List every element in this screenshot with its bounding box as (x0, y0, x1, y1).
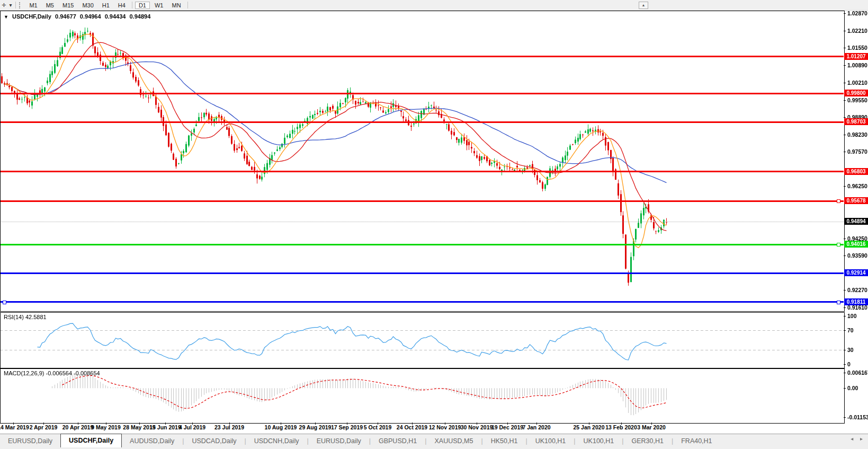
date-label: 23 Jul 2019 (214, 424, 244, 430)
toolbar-separator (187, 2, 188, 8)
timeframe-button-h1[interactable]: H1 (99, 2, 113, 9)
timeframe-buttons: M1M5M15M30H1H4D1W1MN (25, 2, 190, 9)
tab-scroll-arrows: ◂ ▸ (845, 436, 863, 442)
chart-title: ▼ USDCHF,Daily 0.94677 0.94964 0.94434 0… (4, 13, 153, 20)
rsi-tick-mark (844, 364, 846, 365)
tab-uk100-h1[interactable]: UK100,H1 (576, 434, 622, 448)
line-handle[interactable] (837, 243, 840, 246)
timeframe-toolbar: ✛ ▾ M1M5M15M30H1H4D1W1MN ▲ (0, 0, 868, 11)
chevron-down-icon[interactable]: ▾ (7, 2, 13, 8)
rsi-tick-label: 100 (847, 313, 857, 319)
mt4-terminal: ✛ ▾ M1M5M15M30H1H4D1W1MN ▲ ▼ USDCHF,Dail… (0, 0, 868, 449)
price-line-badge: 0.98703 (844, 118, 868, 125)
horizontal-price-line[interactable] (0, 301, 844, 303)
price-tick-mark (844, 83, 846, 83)
tab-uk100-h1[interactable]: UK100,H1 (527, 434, 574, 448)
date-label: 20 Apr 2019 (62, 424, 94, 430)
price-tick-mark (844, 152, 846, 152)
chart-tab-bar: EURUSD,DailyUSDCHF,DailyAUDUSD,Daily|USD… (0, 434, 868, 448)
macd-tick-label: -0.011531 (847, 414, 868, 420)
timeframe-button-m30[interactable]: M30 (78, 2, 97, 9)
tab-scroll-right-icon[interactable]: ▸ (860, 436, 863, 442)
price-line-badge: 0.94016 (844, 241, 868, 248)
crosshair-cursor-icon[interactable]: ✛ (0, 2, 7, 8)
price-tick-mark (844, 117, 846, 118)
toolbar-separator (15, 2, 16, 8)
date-label: 12 Nov 2019 (429, 424, 461, 430)
price-tick-mark (844, 31, 846, 31)
price-tick-label: 0.97570 (847, 148, 867, 155)
toolbar-drag-grip[interactable] (19, 2, 22, 8)
tab-fra40-h1[interactable]: FRA40,H1 (673, 434, 720, 448)
ohlc-low: 0.94434 (105, 13, 126, 20)
horizontal-price-line[interactable] (0, 171, 844, 172)
price-tick-label: 1.01550 (847, 45, 867, 51)
tab-gbpusd-h1[interactable]: GBPUSD,H1 (371, 434, 425, 448)
ohlc-high: 0.94964 (80, 13, 101, 20)
tab-audusd-daily[interactable]: AUDUSD,Daily (122, 434, 182, 448)
timeframe-button-m1[interactable]: M1 (25, 2, 41, 9)
macd-tick-mark (844, 417, 846, 418)
price-tick-mark (844, 65, 846, 66)
timeframe-button-d1[interactable]: D1 (135, 2, 150, 9)
line-handle[interactable] (3, 301, 6, 304)
date-label: 10 Aug 2019 (265, 424, 297, 430)
price-tick-mark (844, 186, 846, 187)
tab-eurusd-daily[interactable]: EURUSD,Daily (0, 434, 60, 448)
tab-usdcad-daily[interactable]: USDCAD,Daily (184, 434, 244, 448)
ohlc-open: 0.94677 (55, 13, 76, 20)
price-line-badge: 0.94894 (844, 218, 868, 225)
price-line-badge: 0.96803 (844, 168, 868, 175)
price-tick-label: 0.98230 (847, 131, 867, 138)
price-line-badge: 0.91811 (844, 298, 868, 305)
timeframe-button-h4[interactable]: H4 (114, 2, 129, 9)
macd-tick-mark (844, 388, 846, 389)
timeframe-button-m15[interactable]: M15 (59, 2, 77, 9)
price-tick-mark (844, 135, 846, 135)
tab-ger30-h1[interactable]: GER30,H1 (624, 434, 672, 448)
macd-tick-label: 0.006167 (847, 369, 868, 376)
date-label: 25 Jan 2020 (574, 424, 605, 430)
date-label: 30 Nov 2019 (461, 424, 493, 430)
toolbar-separator (132, 2, 132, 8)
horizontal-price-line[interactable] (0, 121, 844, 123)
price-tick-mark (844, 100, 846, 101)
timeframe-button-w1[interactable]: W1 (151, 2, 167, 9)
timeframe-button-m5[interactable]: M5 (42, 2, 58, 9)
tab-eurusd-daily[interactable]: EURUSD,Daily (309, 434, 369, 448)
date-label: 24 Oct 2019 (397, 424, 427, 430)
rsi-canvas[interactable] (0, 312, 844, 367)
horizontal-price-line[interactable] (0, 244, 844, 245)
tab-scroll-left-icon[interactable]: ◂ (851, 436, 853, 442)
price-line-badge: 0.92914 (844, 269, 868, 276)
date-label: 4 Jul 2019 (179, 424, 205, 430)
tab-usdchf-daily[interactable]: USDCHF,Daily (60, 434, 122, 447)
macd-label: MACD(12,26,9) -0.006564 -0.008654 (4, 370, 100, 376)
timeframe-button-mn[interactable]: MN (168, 2, 184, 9)
price-line-badge: 1.01207 (844, 53, 868, 60)
price-tick-mark (844, 307, 846, 308)
horizontal-price-line[interactable] (0, 56, 844, 57)
rsi-label: RSI(14) 42.5881 (4, 314, 47, 320)
price-tick-mark (844, 256, 846, 256)
chart-dropdown-icon[interactable]: ▼ (4, 14, 8, 20)
date-label: 19 Dec 2019 (491, 424, 523, 430)
horizontal-price-line[interactable] (0, 272, 844, 274)
line-handle[interactable] (837, 199, 840, 203)
price-tick-label: 1.00210 (847, 80, 867, 86)
date-label: 14 Mar 2019 (0, 424, 29, 430)
price-tick-mark (844, 290, 846, 290)
tab-hk50-h1[interactable]: HK50,H1 (483, 434, 526, 448)
price-tick-mark (844, 48, 846, 48)
price-tick-label: 0.92270 (847, 287, 867, 293)
ohlc-close: 0.94894 (130, 13, 151, 20)
tab-usdcnh-daily[interactable]: USDCNH,Daily (246, 434, 307, 448)
macd-canvas[interactable] (0, 368, 844, 422)
scroll-up-icon[interactable]: ▲ (639, 2, 648, 9)
tab-xauusd-m5[interactable]: XAUUSD,M5 (426, 434, 481, 448)
horizontal-price-line[interactable] (0, 200, 844, 202)
date-label: 29 Aug 2019 (299, 424, 332, 430)
rsi-tick-label: 30 (847, 347, 854, 353)
horizontal-price-line[interactable] (0, 93, 844, 94)
line-handle[interactable] (837, 301, 840, 304)
